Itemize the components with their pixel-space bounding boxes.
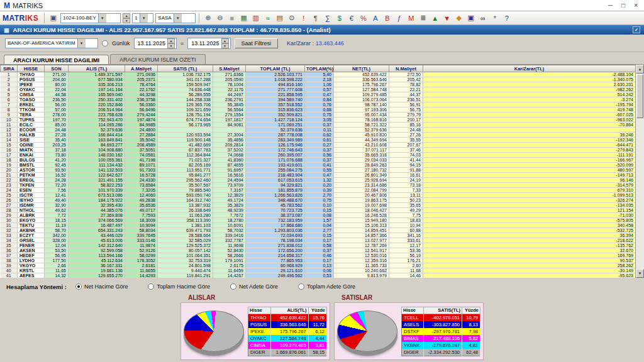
table-row[interactable]: 34GRSEL328,0045.613.006333,014632.585.02… — [1, 238, 636, 243]
calculator-icon[interactable]: ∑ — [322, 13, 333, 23]
table-row[interactable]: 9TERA278,00223.758.628279,4244128.751.19… — [1, 112, 636, 118]
column-header[interactable]: NET(TL) — [334, 65, 389, 72]
help-icon[interactable]: ? — [501, 13, 512, 23]
chevron-down-icon[interactable]: ▼ — [98, 14, 106, 23]
column-header[interactable]: SATIS (TL) — [158, 65, 213, 72]
bar-chart-icon[interactable]: ▥ — [250, 13, 261, 23]
line-chart-icon[interactable]: ≈ — [262, 13, 273, 23]
news-icon[interactable]: ¶ — [310, 13, 321, 23]
window-icon[interactable]: ▣ — [465, 13, 476, 23]
table-row[interactable]: 29ALBRK7,7227.369.8087,759311.063.2807,7… — [1, 213, 636, 218]
link-icon[interactable]: ∞ — [477, 13, 488, 23]
tab-islem-ozeti[interactable]: ARACI KURUM ISLEM OZETI — [110, 54, 206, 64]
page-combo[interactable]: 1 ▼ — [132, 13, 153, 23]
column-header[interactable]: TOPLAM(%) — [305, 65, 334, 72]
column-header[interactable]: ALIS (TL) — [69, 65, 125, 72]
table-row[interactable]: 15ODINE203,2584.693.277208,458941.482.66… — [1, 143, 636, 148]
table-row[interactable]: 38LYDHO177,5045.112.634178,305232.753.31… — [1, 258, 636, 263]
quote-list-icon[interactable]: ≡ — [226, 13, 237, 23]
table-row[interactable]: 41AEFES14,32129.655.27014,4293119.841.29… — [1, 273, 636, 278]
table-row[interactable]: 5CIMSA44,58165.569.04044,329856.289.5554… — [1, 92, 636, 97]
column-header[interactable]: SON — [45, 65, 69, 72]
euro-icon[interactable]: € — [346, 13, 357, 23]
table-row[interactable]: 12ECOGR24,4852.379.63624,480052.379.6360… — [1, 128, 636, 133]
radio-net-adete[interactable] — [230, 283, 236, 290]
table-row[interactable]: 24ESEN7,56101.970.3397,320579.885.5407,3… — [1, 188, 636, 193]
table-row[interactable]: 17ENKAI73,80148.030.16274,0581112.364.84… — [1, 153, 636, 158]
diamond-icon[interactable]: ◆ — [453, 13, 464, 23]
table-scrollbar[interactable]: ▲ ▼ — [635, 65, 644, 278]
table-row[interactable]: 31TEKTU11,1916.487.49710,90941.381.10310… — [1, 223, 636, 228]
date-from-field[interactable]: 13.11.2025 ▲▼ — [134, 38, 177, 49]
symbol-combo[interactable]: SASA ▼ — [155, 13, 196, 23]
gunluk-radio[interactable] — [102, 40, 108, 47]
table-row[interactable]: 30EKGYO18,15374.066.56918,3009358.113.39… — [1, 218, 636, 223]
panel-pin-icon[interactable]: ✓ — [633, 26, 640, 33]
table-row[interactable]: 32AKBNK58,70654.331.24358,8034639.471.79… — [1, 228, 636, 233]
grid-icon[interactable]: ▦ — [238, 13, 249, 23]
table-row[interactable]: 25ISCTR12,41673.513.08612,4060593.050.74… — [1, 193, 636, 198]
depth-icon[interactable]: ≣ — [418, 13, 428, 23]
table-row[interactable]: 6TOASO236,50250.331.402236,3758144.258.3… — [1, 97, 636, 102]
table-row[interactable]: 35FENER12,04142.312.64011,9874129.525.37… — [1, 243, 636, 248]
table-row[interactable]: 21PETKM16,52122.642.62716,572895.841.277… — [1, 173, 636, 178]
matriks-m-icon[interactable]: M — [406, 13, 416, 23]
letter-b-icon[interactable]: B — [382, 13, 392, 23]
maximize-button[interactable]: □ — [621, 2, 625, 9]
table-row[interactable]: 18BULGS41,20100.055.36141,719871.021.327… — [1, 158, 636, 163]
scrollbar-thumb[interactable] — [636, 74, 643, 118]
column-header[interactable]: N.Maliyet — [389, 65, 423, 72]
date-to-spinner[interactable]: ▲▼ — [221, 38, 229, 48]
table-row[interactable]: 1THYAO271,001.489.371.597271,09361.036.7… — [1, 72, 636, 77]
down-arrow-icon[interactable]: ▼ — [441, 13, 452, 23]
table-row[interactable]: 3IPEKE80,00335.306.21378,4764159.509.947… — [1, 82, 636, 87]
saat-filtresi-button[interactable]: Saat Filtresi — [235, 38, 279, 48]
radio-toplam-hacime[interactable] — [148, 283, 154, 290]
table-row[interactable]: 10TUPRS197,70752.943.470197,4874674.774.… — [1, 118, 636, 123]
table-row[interactable]: 36AKSEN53,5092.599.05852,912680.057.1425… — [1, 248, 636, 253]
up-arrow-icon[interactable]: ▲ — [430, 13, 440, 23]
letter-a-icon[interactable]: A — [370, 13, 380, 23]
table-row[interactable]: 20ASTOR93,50141.132.50391,7303113.951.77… — [1, 168, 636, 173]
date-to-field[interactable]: 13.11.2025 ▲▼ — [187, 38, 230, 49]
table-row[interactable]: 4OYAKC22,04197.141.16422,176274.636.4482… — [1, 87, 636, 92]
broker-combo[interactable]: BANK-OF-AMERICA YATIRIM ▼ — [5, 38, 98, 48]
table-row[interactable]: 40KRSTL11,6519.681.13611,66559.440.47411… — [1, 268, 636, 273]
radio-toplam-adete[interactable] — [298, 283, 304, 290]
percent-icon[interactable]: % — [358, 13, 369, 23]
chevron-down-icon[interactable]: ▼ — [174, 14, 182, 23]
column-header[interactable]: Kar/Zarar(TL) — [423, 65, 636, 72]
alarm-icon[interactable]: ! — [298, 13, 309, 23]
column-header[interactable]: SIRA — [1, 65, 18, 72]
column-header[interactable]: TOPLAM (TL) — [246, 65, 305, 72]
save-icon[interactable]: ▣ — [48, 13, 58, 23]
table-row[interactable]: 37HEDEF56,95113.594.16658,0299101.064.35… — [1, 253, 636, 258]
table-row[interactable]: 39VKGYO2,6636.167.3312,618124.801.5982,6… — [1, 263, 636, 268]
tab-hisse-dagilimi[interactable]: ARACI KURUM HISSE DAGILIMI — [4, 55, 109, 65]
candle-chart-icon[interactable]: ▤ — [274, 13, 285, 23]
table-row[interactable]: 8TTKOM57,00206.514.96456,6496109.321.659… — [1, 107, 636, 112]
table-row[interactable]: 27ISDMR32,9032.395.43035,653613.387.9323… — [1, 203, 636, 208]
table-row[interactable]: 23TKFEN72,2058.822.25373,658435.507.5677… — [1, 183, 636, 188]
scroll-up-icon[interactable]: ▲ — [636, 65, 644, 74]
column-header[interactable]: S.Maliyet — [213, 65, 246, 72]
table-row[interactable]: 16MIATK37,18104.908.88037,505167.837.763… — [1, 148, 636, 153]
scroll-down-icon[interactable]: ▼ — [636, 269, 644, 278]
chevron-down-icon[interactable]: ▼ — [140, 14, 148, 23]
table-row[interactable]: 14SISE35,40163.849.84135,5042119.500.148… — [1, 138, 636, 143]
table-row[interactable]: 2PGSUS204,60677.580.934205,2371341.017.2… — [1, 77, 636, 82]
table-row[interactable]: 11ECILC85,00114.095.28684,998556.173.965… — [1, 123, 636, 128]
column-header[interactable]: A.Maliyet — [125, 65, 158, 72]
analysis-icon[interactable]: ƒ — [394, 13, 404, 23]
workspace-spinner[interactable]: ▲▼ — [123, 13, 130, 23]
date-from-spinner[interactable]: ▲▼ — [167, 38, 175, 48]
dollar-icon[interactable]: $ — [334, 13, 345, 23]
close-button[interactable]: × — [634, 2, 638, 9]
table-row[interactable]: 22EREGL24,28321.491.15524,4330295.562.46… — [1, 178, 636, 183]
table-row[interactable]: 26IEYHO49,40184.175.92249,2838164.312.74… — [1, 198, 636, 203]
column-header[interactable]: HISSE — [18, 65, 45, 72]
radio-net-hacime[interactable] — [75, 283, 82, 290]
table-row[interactable]: 7ERKEL56,00220.152.84656,0360129.365.706… — [1, 102, 636, 107]
table-row[interactable]: 19BMSTL92,45111.134.43289,107182.205.169… — [1, 163, 636, 168]
chevron-down-icon[interactable]: ▼ — [77, 39, 86, 48]
